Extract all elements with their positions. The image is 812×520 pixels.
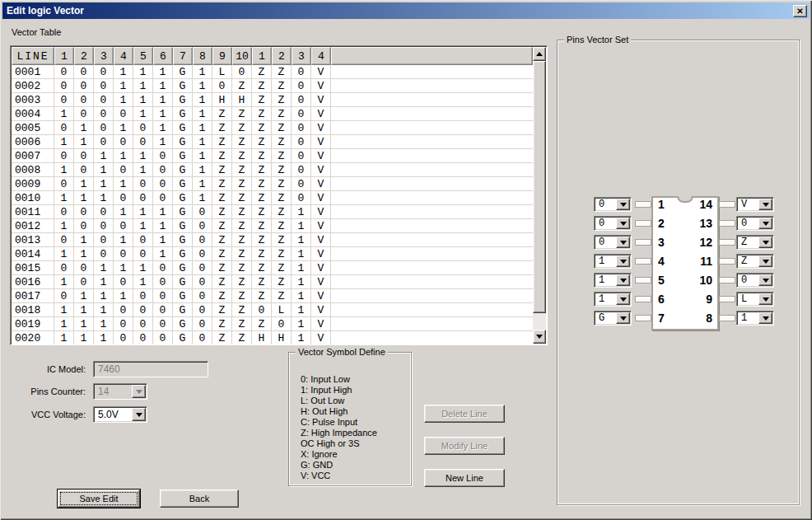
vector-cell[interactable]: Z — [252, 317, 272, 331]
vector-cell[interactable]: 0 — [153, 275, 173, 289]
vector-cell[interactable]: 0 — [292, 177, 311, 191]
column-header[interactable]: 2 — [74, 47, 94, 65]
pin-combo-dropdown-button[interactable] — [758, 312, 772, 324]
vector-cell[interactable]: 0 — [94, 93, 114, 107]
vector-cell[interactable]: Z — [232, 135, 252, 149]
vector-cell[interactable]: Z — [252, 177, 272, 191]
vector-cell[interactable]: 0 — [94, 65, 114, 79]
vector-cell[interactable]: 1 — [193, 107, 212, 121]
vector-cell[interactable]: Z — [272, 219, 292, 233]
vector-cell[interactable]: 0 — [74, 261, 94, 275]
vector-cell[interactable]: 1 — [292, 205, 311, 219]
vector-cell[interactable]: G — [173, 79, 193, 93]
vector-cell[interactable]: 1 — [153, 233, 173, 247]
vector-cell[interactable]: Z — [252, 163, 272, 177]
vector-cell[interactable]: 0 — [133, 289, 153, 303]
vector-cell[interactable]: Z — [252, 205, 272, 219]
vector-cell[interactable]: 1 — [54, 191, 74, 205]
vector-cell[interactable]: 1 — [193, 65, 212, 79]
pin-combo-dropdown-button[interactable] — [758, 237, 772, 248]
vector-cell[interactable]: 0 — [94, 247, 114, 261]
vector-cell[interactable]: 1 — [114, 289, 133, 303]
vector-cell[interactable]: V — [311, 107, 331, 121]
vector-cell[interactable]: Z — [272, 135, 292, 149]
vector-cell[interactable]: 0 — [252, 303, 272, 317]
vector-cell[interactable]: 0 — [74, 107, 94, 121]
vector-cell[interactable]: 1 — [74, 247, 94, 261]
column-header[interactable]: 8 — [193, 47, 212, 65]
vector-cell[interactable]: V — [311, 233, 331, 247]
table-row[interactable]: 0017011100G0ZZZZ1V — [12, 289, 533, 303]
vector-cell[interactable]: 1 — [133, 107, 153, 121]
vector-cell[interactable]: 0 — [54, 149, 74, 163]
vector-cell[interactable]: G — [173, 121, 193, 135]
vector-cell[interactable]: Z — [252, 149, 272, 163]
vector-cell[interactable]: 1 — [153, 135, 173, 149]
vector-cell[interactable]: 0 — [114, 331, 133, 345]
vector-cell[interactable]: V — [311, 275, 331, 289]
column-header[interactable]: 10 — [232, 47, 252, 65]
vector-cell[interactable]: 0 — [94, 219, 114, 233]
vector-cell[interactable]: Z — [232, 275, 252, 289]
column-header[interactable]: 6 — [153, 47, 173, 65]
vector-cell[interactable]: H — [212, 93, 232, 107]
vector-cell[interactable]: 0 — [114, 317, 133, 331]
vector-cell[interactable]: 0 — [74, 275, 94, 289]
back-button[interactable]: Back — [160, 490, 239, 508]
column-header[interactable]: 1 — [252, 47, 272, 65]
vector-cell[interactable]: 0 — [94, 205, 114, 219]
vector-cell[interactable]: Z — [212, 261, 232, 275]
pin-combo-dropdown-button[interactable] — [616, 312, 630, 324]
vector-cell[interactable]: 1 — [153, 65, 173, 79]
vector-cell[interactable]: Z — [252, 261, 272, 275]
table-row[interactable]: 0016101010G0ZZZZ1V — [12, 275, 533, 289]
vector-cell[interactable]: 0 — [193, 275, 212, 289]
vector-cell[interactable]: V — [311, 65, 331, 79]
vector-cell[interactable]: Z — [212, 303, 232, 317]
vector-cell[interactable]: 0 — [292, 163, 311, 177]
vector-cell[interactable]: 1 — [74, 191, 94, 205]
vector-cell[interactable]: Z — [252, 93, 272, 107]
titlebar[interactable]: Edit logic Vector ✕ — [2, 2, 810, 19]
pin-5-combo[interactable]: 1 — [594, 273, 632, 288]
vector-cell[interactable]: 0 — [54, 205, 74, 219]
vector-cell[interactable]: Z — [232, 177, 252, 191]
vector-cell[interactable]: 1 — [133, 275, 153, 289]
vector-cell[interactable]: 0 — [153, 149, 173, 163]
vector-cell[interactable]: 1 — [193, 177, 212, 191]
vector-cell[interactable]: 0 — [114, 191, 133, 205]
column-header[interactable]: 2 — [272, 47, 292, 65]
pin-14-combo[interactable]: V — [736, 197, 774, 212]
vector-cell[interactable]: 0 — [94, 79, 114, 93]
vector-cell[interactable]: Z — [252, 191, 272, 205]
vector-cell[interactable]: 1 — [54, 107, 74, 121]
vector-cell[interactable]: 0 — [54, 93, 74, 107]
table-row[interactable]: 0006110001G1ZZZZ0V — [12, 135, 533, 149]
vector-cell[interactable]: G — [173, 135, 193, 149]
vector-cell[interactable]: 1 — [74, 303, 94, 317]
vector-cell[interactable]: Z — [212, 289, 232, 303]
column-header[interactable]: 3 — [292, 47, 311, 65]
vector-cell[interactable]: 1 — [54, 303, 74, 317]
pin-4-combo[interactable]: 1 — [594, 254, 632, 269]
vector-cell[interactable]: 1 — [54, 219, 74, 233]
vector-cell[interactable]: 1 — [74, 177, 94, 191]
table-row[interactable]: 0008101010G1ZZZZ0V — [12, 163, 533, 177]
vector-cell[interactable]: Z — [272, 233, 292, 247]
vector-cell[interactable]: V — [311, 177, 331, 191]
vector-cell[interactable]: 1 — [74, 331, 94, 345]
vector-cell[interactable]: Z — [232, 303, 252, 317]
vector-cell[interactable]: 1 — [74, 121, 94, 135]
vector-cell[interactable]: 0 — [94, 135, 114, 149]
pin-combo-dropdown-button[interactable] — [758, 274, 772, 286]
vector-cell[interactable]: Z — [252, 275, 272, 289]
pin-12-combo[interactable]: Z — [736, 235, 774, 250]
vector-cell[interactable]: G — [173, 219, 193, 233]
vector-cell[interactable]: 0 — [153, 303, 173, 317]
vector-cell[interactable]: G — [173, 149, 193, 163]
pin-combo-dropdown-button[interactable] — [616, 199, 630, 210]
pin-3-combo[interactable]: 0 — [594, 235, 632, 250]
vector-cell[interactable]: Z — [252, 233, 272, 247]
vector-cell[interactable]: V — [311, 149, 331, 163]
vector-cell[interactable]: 0 — [114, 303, 133, 317]
